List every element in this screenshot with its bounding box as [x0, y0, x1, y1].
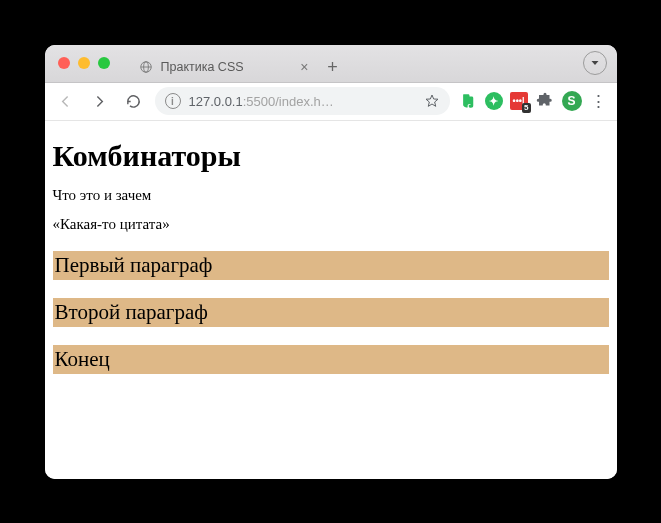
globe-icon — [139, 60, 153, 74]
green-circle-extension-icon[interactable]: ✦ — [485, 92, 503, 110]
extensions-puzzle-icon[interactable] — [535, 91, 555, 111]
lastpass-extension-icon[interactable]: •••|5 — [510, 92, 528, 110]
page-viewport: Комбинаторы Что это и зачем «Какая-то ци… — [45, 121, 617, 479]
new-tab-button[interactable]: + — [319, 54, 347, 82]
extension-badge: 5 — [522, 103, 530, 113]
browser-window: Практика CSS × + i 127.0.0.1:5500/index.… — [45, 45, 617, 479]
tab-title: Практика CSS — [161, 60, 293, 74]
paragraph-1: Первый параграф — [53, 251, 609, 280]
minimize-icon[interactable] — [78, 57, 90, 69]
menu-kebab-icon[interactable]: ⋮ — [589, 91, 609, 112]
intro-text: Что это и зачем — [53, 187, 609, 204]
extensions-row: ✦ •••|5 S ⋮ — [458, 91, 609, 112]
tab-active[interactable]: Практика CSS × — [129, 52, 319, 82]
s-extension-icon[interactable]: S — [562, 91, 582, 111]
close-icon[interactable] — [58, 57, 70, 69]
back-button[interactable] — [53, 88, 79, 114]
tab-close-button[interactable]: × — [300, 60, 308, 74]
toolbar: i 127.0.0.1:5500/index.h… ✦ •••|5 S ⋮ — [45, 83, 617, 121]
evernote-extension-icon[interactable] — [458, 91, 478, 111]
site-info-icon[interactable]: i — [165, 93, 181, 109]
paragraph-2: Второй параграф — [53, 298, 609, 327]
svg-marker-4 — [426, 95, 438, 106]
bookmark-star-icon[interactable] — [424, 93, 440, 109]
quote-text: «Какая-то цитата» — [53, 216, 609, 233]
url-host: 127.0.0.1 — [189, 94, 243, 109]
profile-button[interactable] — [583, 51, 607, 75]
url-path: :5500/index.h… — [243, 94, 334, 109]
paragraph-3: Конец — [53, 345, 609, 374]
page-heading: Комбинаторы — [53, 139, 609, 173]
maximize-icon[interactable] — [98, 57, 110, 69]
window-controls — [45, 57, 123, 69]
url-text: 127.0.0.1:5500/index.h… — [189, 94, 416, 109]
address-bar[interactable]: i 127.0.0.1:5500/index.h… — [155, 87, 450, 115]
titlebar: Практика CSS × + — [45, 45, 617, 83]
forward-button[interactable] — [87, 88, 113, 114]
tab-strip: Практика CSS × + — [123, 45, 573, 82]
svg-marker-3 — [591, 61, 598, 65]
reload-button[interactable] — [121, 88, 147, 114]
